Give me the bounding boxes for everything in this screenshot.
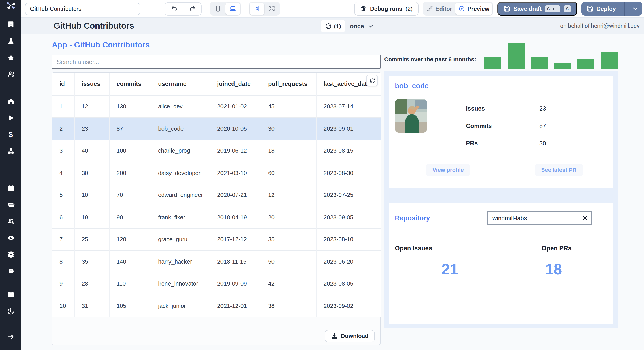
open-prs-value: 18 bbox=[492, 260, 615, 278]
table-cell: 60 bbox=[261, 162, 316, 184]
table-column-header[interactable]: username bbox=[151, 73, 210, 95]
sidebar-item-favorites[interactable] bbox=[0, 49, 22, 66]
debug-runs-button[interactable]: Debug runs (2) bbox=[354, 2, 418, 16]
user-card-title: bob_code bbox=[395, 82, 607, 90]
center-layout-button[interactable] bbox=[250, 3, 264, 15]
table-column-header[interactable]: joined_date bbox=[210, 73, 261, 95]
sidebar-expand-button[interactable] bbox=[0, 328, 22, 345]
deploy-split-button: Deploy bbox=[581, 2, 642, 16]
see-latest-pr-button[interactable]: See latest PR bbox=[535, 164, 583, 176]
windmill-app-editor: $ bbox=[0, 0, 644, 350]
sidebar-item-schedules[interactable] bbox=[0, 180, 22, 196]
table-cell: 2017-12-12 bbox=[210, 228, 261, 250]
editor-label: Editor bbox=[435, 5, 452, 12]
sidebar-item-home[interactable] bbox=[0, 93, 22, 110]
commit-bar bbox=[484, 57, 501, 69]
schedule-label: once bbox=[350, 23, 364, 29]
table-row[interactable]: 725120grace_guru2017-12-12352023-08-10 bbox=[52, 228, 381, 250]
sidebar-item-docs[interactable] bbox=[0, 286, 22, 303]
sidebar-item-resources[interactable] bbox=[0, 143, 22, 159]
table-cell: 42 bbox=[261, 273, 316, 295]
open-issues-label: Open Issues bbox=[395, 244, 432, 251]
table-column-header[interactable]: commits bbox=[109, 73, 151, 95]
app-refresh-button[interactable]: (1) bbox=[320, 20, 346, 32]
layout-toggle-group bbox=[249, 2, 280, 16]
app-title-input[interactable] bbox=[25, 3, 140, 15]
sidebar-item-runs[interactable] bbox=[0, 110, 22, 126]
table-cell: 6 bbox=[52, 206, 74, 228]
table-cell: 7 bbox=[52, 228, 74, 250]
view-profile-button[interactable]: View profile bbox=[426, 164, 470, 176]
sidebar-item-billing[interactable]: $ bbox=[0, 126, 22, 143]
table-refresh-button[interactable] bbox=[366, 75, 378, 86]
sidebar-group-main: $ bbox=[0, 88, 22, 165]
table-column-header[interactable]: pull_requests bbox=[261, 73, 316, 95]
windmill-logo[interactable] bbox=[0, 0, 22, 11]
table-cell: 40 bbox=[74, 140, 109, 162]
table-column-header[interactable]: id bbox=[52, 73, 74, 95]
table-cell: 2023-08-30 bbox=[316, 162, 381, 184]
app-refresh-count: (1) bbox=[334, 23, 341, 29]
sidebar-item-workers[interactable] bbox=[0, 213, 22, 230]
book-open-icon bbox=[7, 291, 14, 298]
sidebar-item-user[interactable] bbox=[0, 33, 22, 49]
table-cell: 30 bbox=[261, 118, 316, 140]
home-icon bbox=[7, 98, 14, 105]
table-row[interactable]: 1031105jack_junior2021-12-01382023-09-02 bbox=[52, 295, 381, 317]
sidebar-item-dark-mode[interactable] bbox=[0, 303, 22, 319]
table-column-header[interactable]: issues bbox=[74, 73, 109, 95]
undo-redo-group bbox=[164, 2, 202, 16]
undo-icon bbox=[170, 5, 177, 12]
redo-button[interactable] bbox=[183, 3, 201, 15]
sidebar-item-workspace[interactable] bbox=[0, 16, 22, 33]
deploy-button[interactable]: Deploy bbox=[581, 2, 621, 16]
editor-tab[interactable]: Editor bbox=[423, 3, 455, 15]
table-cell: 2023-08-10 bbox=[316, 228, 381, 250]
kebab-menu-icon bbox=[344, 5, 350, 12]
undo-button[interactable] bbox=[165, 3, 183, 15]
stat-value: 30 bbox=[539, 140, 546, 147]
stat-label: Issues bbox=[466, 105, 539, 112]
table-row[interactable]: 112130alice_dev2021-01-02452023-07-14 bbox=[52, 95, 381, 118]
table-row[interactable]: 928110irene_innovator2019-09-09422023-08… bbox=[52, 273, 381, 295]
preview-tab[interactable]: Preview bbox=[455, 3, 492, 15]
save-draft-button[interactable]: Save draft Ctrl S bbox=[498, 2, 577, 16]
save-draft-label: Save draft bbox=[514, 5, 542, 12]
search-user-input[interactable] bbox=[52, 55, 380, 69]
table-cell: 70 bbox=[109, 184, 151, 206]
repository-input[interactable] bbox=[488, 211, 592, 225]
commit-bar bbox=[531, 57, 548, 69]
clear-x-icon[interactable] bbox=[582, 214, 588, 222]
table-cell: 1 bbox=[52, 95, 74, 118]
table-cell: 90 bbox=[109, 206, 151, 228]
more-menu-button[interactable] bbox=[344, 4, 350, 13]
sidebar-item-folders[interactable] bbox=[0, 196, 22, 213]
sidebar-item-settings[interactable] bbox=[0, 246, 22, 263]
stat-value: 87 bbox=[539, 123, 546, 129]
fullscreen-button[interactable] bbox=[264, 3, 279, 15]
table-row[interactable]: 61990frank_fixer2018-04-19202023-09-05 bbox=[52, 206, 381, 228]
download-icon bbox=[331, 332, 338, 339]
table-cell: 9 bbox=[52, 273, 74, 295]
cubes-icon bbox=[7, 147, 14, 155]
chevron-down-icon bbox=[632, 5, 638, 12]
table-row[interactable]: 51070edward_engineer2020-07-21122023-07-… bbox=[52, 184, 381, 206]
schedule-dropdown[interactable]: once bbox=[350, 23, 374, 29]
table-row[interactable]: 340100charlie_prog2019-06-12182023-08-15 bbox=[52, 140, 381, 162]
desktop-view-button[interactable] bbox=[226, 3, 240, 15]
table-row[interactable]: 835140harry_hacker2018-11-15502023-06-20 bbox=[52, 250, 381, 273]
divider bbox=[624, 2, 625, 16]
deploy-dropdown-button[interactable] bbox=[628, 2, 642, 16]
mobile-view-button[interactable] bbox=[211, 3, 226, 15]
sidebar-item-ai[interactable] bbox=[0, 263, 22, 279]
table-row[interactable]: 430200daisy_developer2021-03-10602023-08… bbox=[52, 162, 381, 184]
download-button[interactable]: Download bbox=[325, 330, 375, 342]
sidebar-group-workspace bbox=[0, 11, 22, 88]
bug-icon bbox=[360, 5, 367, 12]
table-cell: 2023-09-05 bbox=[316, 206, 381, 228]
table-cell: 35 bbox=[261, 228, 316, 250]
table-row[interactable]: 22387bob_code2020-10-05302023-09-01 bbox=[52, 118, 381, 140]
sidebar-item-users-group[interactable] bbox=[0, 66, 22, 82]
commits-section: Commits over the past 6 months: bbox=[384, 44, 618, 69]
sidebar-item-audit-logs[interactable] bbox=[0, 230, 22, 246]
